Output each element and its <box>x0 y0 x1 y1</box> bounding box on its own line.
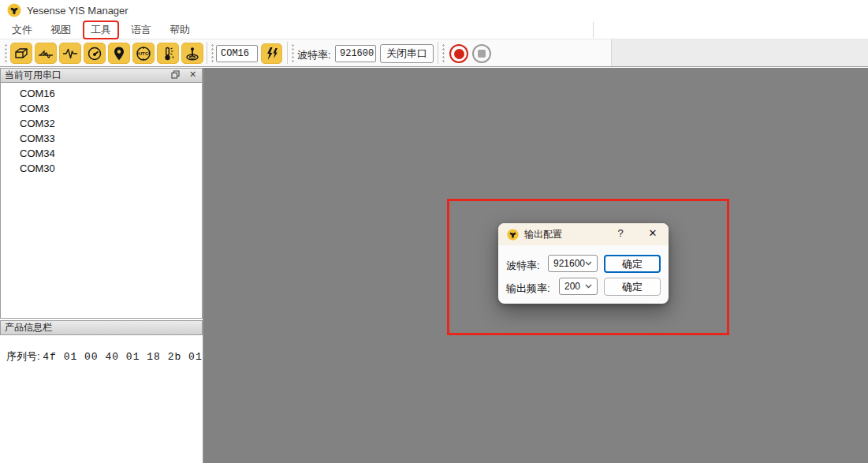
close-panel-button[interactable]: ✕ <box>188 69 198 80</box>
menu-tools[interactable]: 工具 <box>83 21 119 39</box>
toolbar-grip[interactable] <box>5 43 7 63</box>
port-list-item[interactable]: COM32 <box>1 116 202 131</box>
ports-panel-title: 当前可用串口 <box>5 69 61 80</box>
lightning-refresh-icon <box>264 46 280 62</box>
toolbar-grip[interactable] <box>292 43 294 63</box>
port-list-item[interactable]: COM33 <box>1 131 202 146</box>
stop-button[interactable] <box>472 44 491 63</box>
toolbar-separator <box>438 42 438 64</box>
menu-bar: 文件 视图 工具 语言 帮助 <box>0 21 868 39</box>
location-pin-icon <box>110 45 128 62</box>
app-logo-icon <box>7 3 21 17</box>
menubar-separator <box>593 22 594 38</box>
refresh-ports-button[interactable] <box>261 43 282 64</box>
close-serial-port-button[interactable]: 关闭串口 <box>380 44 434 63</box>
restore-window-icon <box>171 70 180 79</box>
dialog-title-bar[interactable]: 输出配置 ? ✕ <box>498 223 669 245</box>
tool-attitude-wave-button[interactable] <box>35 43 57 64</box>
dialog-baud-select[interactable]: 921600 <box>548 255 598 272</box>
port-list-item[interactable]: COM3 <box>1 101 202 116</box>
attitude-wave-icon <box>37 45 54 62</box>
ports-panel-header: 当前可用串口 ✕ <box>0 68 203 83</box>
com-port-value: COM16 <box>221 48 249 59</box>
com-port-select[interactable]: COM16 <box>216 45 258 62</box>
tool-utc-clock-button[interactable]: UTC <box>132 43 155 64</box>
toolbar-separator <box>207 42 207 64</box>
chevron-down-icon <box>585 261 592 266</box>
serial-number-label: 序列号: <box>6 350 40 362</box>
port-list-item[interactable]: COM16 <box>1 86 202 101</box>
float-panel-button[interactable] <box>170 69 181 80</box>
dialog-close-button[interactable]: ✕ <box>645 227 661 241</box>
toolbar <box>0 39 868 67</box>
record-button[interactable] <box>449 44 468 63</box>
available-ports-list: COM16 COM3 COM32 COM33 COM34 COM30 <box>0 83 203 319</box>
tool-beacon-button[interactable] <box>181 43 203 64</box>
output-config-dialog: 输出配置 ? ✕ 波特率: 921600 确定 输出频率: 200 确定 <box>498 223 669 304</box>
svg-text:UTC: UTC <box>139 50 149 56</box>
menu-view[interactable]: 视图 <box>47 21 75 39</box>
menu-file[interactable]: 文件 <box>8 21 36 39</box>
utc-clock-icon: UTC <box>135 45 152 62</box>
tool-temperature-button[interactable] <box>157 43 179 64</box>
chevron-down-icon <box>585 284 592 289</box>
tool-location-button[interactable] <box>108 43 130 64</box>
baud-rate-value: 921600 <box>340 48 374 59</box>
dialog-help-button[interactable]: ? <box>613 227 628 241</box>
record-icon <box>454 49 464 59</box>
toolbar-grip[interactable] <box>211 43 214 63</box>
window-title: Yesense YIS Manager <box>27 5 129 17</box>
product-info-body: 序列号: 4f 01 00 40 01 18 2b 01 软件版本号: YIS3… <box>0 335 203 463</box>
dialog-baud-value: 921600 <box>553 258 585 269</box>
dialog-freq-label: 输出频率: <box>506 282 550 296</box>
serial-number-row: 序列号: 4f 01 00 40 01 18 2b 01 <box>6 349 203 364</box>
dialog-freq-value: 200 <box>564 281 580 292</box>
toolbar-separator <box>287 42 288 64</box>
thermometer-icon <box>159 45 177 62</box>
port-list-item[interactable]: COM30 <box>1 161 202 176</box>
tool-pulse-wave-button[interactable] <box>59 43 81 64</box>
app-window: Yesense YIS Manager 文件 视图 工具 语言 帮助 <box>0 0 868 463</box>
beacon-icon <box>184 45 201 62</box>
cube-3d-icon <box>13 45 30 62</box>
dialog-title: 输出配置 <box>524 228 562 241</box>
dialog-freq-select[interactable]: 200 <box>559 278 598 295</box>
pulse-wave-icon <box>61 45 79 62</box>
dialog-baud-ok-button[interactable]: 确定 <box>604 255 661 273</box>
left-dock-panel: 当前可用串口 ✕ COM16 COM3 COM32 COM33 COM34 CO… <box>0 68 203 463</box>
serial-number-value: 4f 01 00 40 01 18 2b 01 <box>43 351 202 363</box>
toolbar-grip[interactable] <box>442 43 445 63</box>
info-panel-header: 产品信息栏 <box>0 320 203 335</box>
title-bar: Yesense YIS Manager <box>0 0 868 21</box>
menu-language[interactable]: 语言 <box>127 21 155 39</box>
stop-icon <box>478 50 486 58</box>
dialog-freq-ok-button[interactable]: 确定 <box>604 278 661 296</box>
tool-3d-view-button[interactable] <box>10 43 32 64</box>
app-logo-icon <box>507 229 519 241</box>
info-panel-title: 产品信息栏 <box>5 322 52 333</box>
baud-rate-label: 波特率: <box>297 48 331 62</box>
menu-help[interactable]: 帮助 <box>166 21 194 39</box>
tool-gauge-button[interactable] <box>84 43 106 64</box>
dialog-baud-label: 波特率: <box>506 259 540 273</box>
port-list-item[interactable]: COM34 <box>1 146 202 161</box>
baud-rate-select[interactable]: 921600 <box>335 45 376 62</box>
gauge-icon <box>86 45 103 62</box>
